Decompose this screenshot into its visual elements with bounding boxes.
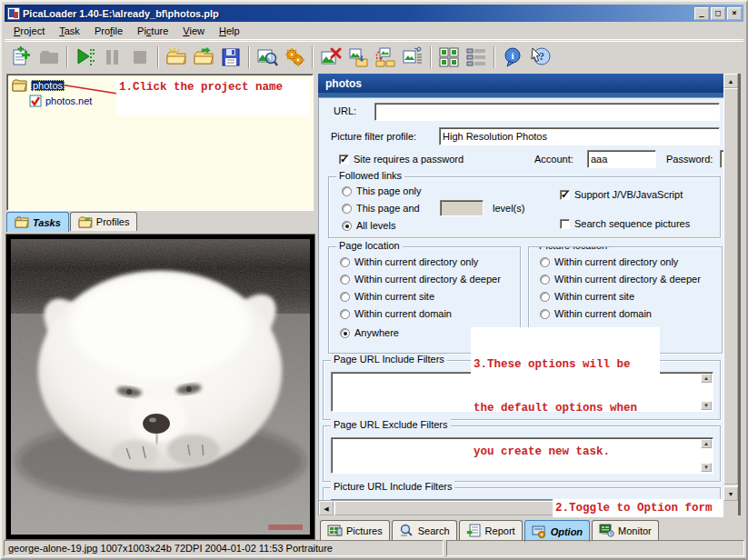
site-requires-password-label: Site requires a password [354,154,464,165]
minimize-button[interactable]: _ [694,7,709,20]
preview-picture-icon[interactable] [254,44,281,71]
profiles-folder-icon [78,216,93,228]
option-form: URL: Picture filter profile: Site requir… [318,97,723,501]
site-requires-password-checkbox[interactable] [339,155,349,165]
new-task-icon[interactable] [163,44,190,71]
levels-suffix-label: level(s) [493,203,524,214]
url-input[interactable] [374,103,720,121]
tasks-folder-icon [15,216,29,228]
new-project-icon[interactable] [8,44,35,71]
scroll-up-icon[interactable]: ▲ [723,74,738,88]
vertical-scrollbar[interactable]: ▲ ▼ [723,74,738,501]
tree-item-photos-net[interactable]: photos.net [29,95,92,107]
radio-page-site[interactable] [340,292,350,302]
details-view-icon[interactable] [463,44,490,71]
menu-profile[interactable]: Profile [87,24,130,38]
about-info-icon[interactable]: i [499,44,526,71]
tree-item-photos-label[interactable]: photos [31,80,65,91]
toolbar-separator [430,46,432,68]
radio-pic-domain[interactable] [540,309,550,319]
copy-pictures-icon[interactable] [344,44,372,71]
tab-pictures[interactable]: Pictures [320,520,390,540]
tab-option[interactable]: Option [524,520,590,542]
page-domain-label: Within current domain [354,308,452,319]
picture-preview [5,234,315,540]
menu-bar: Project Task Profile Picture View Help [5,23,743,40]
radio-pic-site[interactable] [540,292,550,302]
tree-item-photos-net-label[interactable]: photos.net [45,95,92,106]
page-dir-only-label: Within current directory only [354,256,478,267]
radio-all-levels[interactable] [342,221,352,231]
scroll-down-icon[interactable]: ▼ [723,486,738,501]
radio-this-page-only[interactable] [342,186,352,196]
menu-view[interactable]: View [175,24,212,38]
maximize-button[interactable]: □ [711,7,725,20]
picture-properties-icon[interactable] [399,44,426,71]
delete-picture-icon[interactable] [317,44,344,71]
pic-dir-deeper-label: Within current directory & deeper [554,274,701,285]
tab-search[interactable]: Search [392,520,457,540]
thumbnail-view-icon[interactable] [435,44,463,71]
tab-option-label: Option [551,526,583,537]
scroll-down-icon[interactable]: ▼ [701,401,712,410]
tree-item-photos[interactable]: photos [12,79,65,92]
task-tree-panel: 1.Click the project name photos photos.n… [6,74,314,211]
stop-download-icon[interactable] [126,44,154,71]
account-input[interactable] [587,150,656,168]
context-help-icon[interactable]: ? [526,44,554,71]
toolbar-separator [248,46,250,68]
search-sequence-pictures-checkbox[interactable] [560,219,570,229]
radio-this-page-and[interactable] [342,204,352,214]
picture-filter-profile-input[interactable] [439,127,720,145]
save-icon[interactable] [217,44,244,71]
all-levels-label: All levels [356,220,395,231]
this-page-and-label: This page and [356,203,420,214]
radio-page-dir-deeper[interactable] [340,275,350,285]
menu-help[interactable]: Help [212,24,247,38]
picaloader-window: PicaLoader 1.40-E:\already_bf\photos.plp… [0,0,748,560]
tab-profiles[interactable]: Profiles [70,212,138,231]
tab-tasks[interactable]: Tasks [6,212,69,232]
radio-page-domain[interactable] [340,309,350,319]
start-download-icon[interactable] [72,44,99,71]
tab-profiles-label: Profiles [96,216,130,227]
followed-links-group: Followed links This page only This page … [328,176,721,238]
page-url-include-filters-title: Page URL Include Filters [331,354,447,365]
status-secondary-pane [446,540,744,556]
this-page-only-label: This page only [356,185,422,196]
title-bar[interactable]: PicaLoader 1.40-E:\already_bf\photos.plp… [5,5,743,22]
scroll-up-icon[interactable]: ▲ [701,374,712,383]
left-tab-strip: Tasks Profiles [6,212,138,232]
url-label: URL: [334,105,356,116]
radio-page-anywhere[interactable] [340,328,350,338]
move-pictures-icon[interactable] [372,44,399,71]
tab-report[interactable]: Report [459,520,523,540]
menu-picture[interactable]: Picture [130,24,175,38]
vertical-scroll-thumb[interactable] [723,88,738,485]
menu-project[interactable]: Project [6,24,52,38]
support-javascript-checkbox[interactable] [560,190,570,200]
tab-tasks-label: Tasks [33,217,61,228]
tab-monitor[interactable]: Monitor [592,520,659,540]
textarea-scrollbar[interactable]: ▲▼ [701,374,712,410]
menu-task[interactable]: Task [52,24,87,38]
scroll-left-icon[interactable]: ◀ [319,501,334,515]
pictures-icon [327,524,343,537]
scroll-up-icon[interactable]: ▲ [701,439,712,448]
radio-page-dir-only[interactable] [340,257,350,267]
settings-icon[interactable] [281,44,308,71]
status-picture-info: george-alone-19.jpg 1007x1003x24b 72DPI … [4,540,444,556]
scroll-down-icon[interactable]: ▼ [701,463,712,472]
radio-pic-dir-only[interactable] [540,257,550,267]
open-project-icon[interactable] [35,44,63,71]
followed-links-title: Followed links [336,170,404,181]
textarea-scrollbar[interactable]: ▲▼ [701,439,712,472]
pause-download-icon[interactable] [99,44,126,71]
support-javascript-label: Support J/VB/JavaScript [574,189,683,200]
annotation-click-project: 1.Click the project name [116,79,309,115]
radio-pic-dir-deeper[interactable] [540,275,550,285]
close-button[interactable]: × [727,7,742,20]
export-task-icon[interactable] [190,44,217,71]
annotation-toggle-option: 2.Toggle to Option form [553,499,723,517]
checked-task-icon[interactable] [29,95,42,107]
